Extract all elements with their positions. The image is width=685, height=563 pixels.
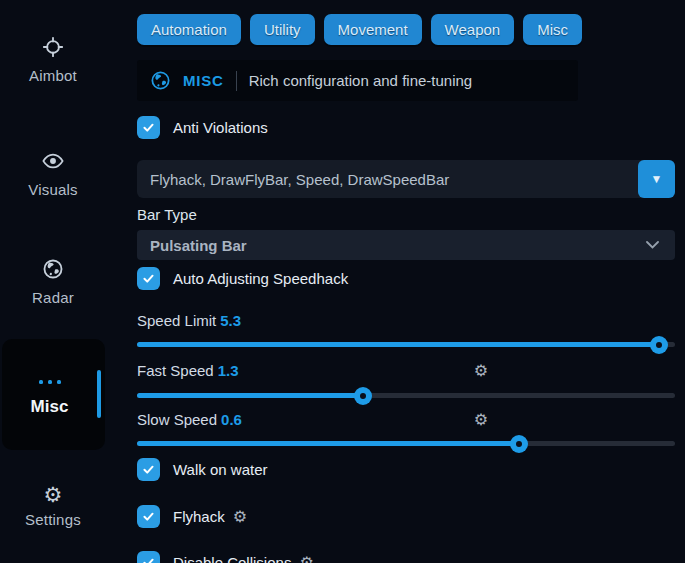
slider-name: Fast Speed xyxy=(137,362,214,379)
eye-icon xyxy=(42,150,64,172)
header-divider xyxy=(236,71,237,91)
checkbox-checked-icon[interactable] xyxy=(137,116,160,139)
checkbox-checked-icon[interactable] xyxy=(137,505,160,528)
checkbox-label-text: Disable Collisions xyxy=(173,554,291,563)
select-value: Pulsating Bar xyxy=(137,237,646,254)
cheat-menu-window: Aimbot Visuals Radar xyxy=(0,0,685,563)
globe-icon xyxy=(42,258,64,280)
sidebar: Aimbot Visuals Radar xyxy=(0,0,130,563)
tab-utility[interactable]: Utility xyxy=(250,14,315,45)
category-tabs: Automation Utility Movement Weapon Misc xyxy=(137,14,582,45)
checkbox-label: Walk on water xyxy=(173,461,267,478)
crosshair-icon xyxy=(42,36,64,58)
gear-icon[interactable]: ⚙ xyxy=(299,555,313,563)
tab-movement[interactable]: Movement xyxy=(324,14,422,45)
slider-label-slow-speed: Slow Speed0.6 xyxy=(137,411,242,428)
slider-label-speed-limit: Speed Limit5.3 xyxy=(137,312,241,329)
section-header: MISC Rich configuration and fine-tuning xyxy=(137,60,578,101)
globe-icon xyxy=(150,70,171,91)
slider-speed-limit[interactable] xyxy=(137,342,675,347)
checkbox-row-auto-adjusting[interactable]: Auto Adjusting Speedhack xyxy=(137,267,348,290)
slider-handle[interactable] xyxy=(510,435,528,453)
sidebar-item-label: Aimbot xyxy=(0,67,106,84)
bar-type-select[interactable]: Pulsating Bar xyxy=(137,230,675,260)
checkbox-checked-icon[interactable] xyxy=(137,267,160,290)
slider-name: Slow Speed xyxy=(137,411,217,428)
tab-misc[interactable]: Misc xyxy=(523,14,582,45)
tab-weapon[interactable]: Weapon xyxy=(431,14,515,45)
checkbox-label: Disable Collisions ⚙ xyxy=(173,554,314,563)
gear-icon[interactable]: ⚙ xyxy=(472,410,490,429)
sidebar-item-label: Radar xyxy=(0,289,106,306)
section-subtitle: Rich configuration and fine-tuning xyxy=(249,72,472,89)
slider-name: Speed Limit xyxy=(137,312,216,329)
sidebar-item-label: Settings xyxy=(0,511,106,528)
bar-type-label: Bar Type xyxy=(137,206,197,223)
checkbox-label-text: Flyhack xyxy=(173,508,225,525)
sidebar-item-visuals[interactable]: Visuals xyxy=(0,150,106,198)
checkbox-label: Flyhack ⚙ xyxy=(173,508,247,525)
checkbox-checked-icon[interactable] xyxy=(137,458,160,481)
gear-icon[interactable]: ⚙ xyxy=(233,509,247,525)
slider-handle[interactable] xyxy=(650,336,668,354)
sidebar-item-label: Visuals xyxy=(0,181,106,198)
ellipsis-icon xyxy=(2,380,97,384)
slider-label-fast-speed: Fast Speed1.3 xyxy=(137,362,239,379)
checkbox-checked-icon[interactable] xyxy=(137,551,160,563)
slider-slow-speed[interactable] xyxy=(137,441,675,446)
checkbox-row-disable-collisions[interactable]: Disable Collisions ⚙ xyxy=(137,551,314,563)
slider-value: 5.3 xyxy=(220,312,241,329)
sidebar-item-radar[interactable]: Radar xyxy=(0,258,106,306)
checkbox-label: Auto Adjusting Speedhack xyxy=(173,270,348,287)
sidebar-item-settings[interactable]: ⚙ Settings xyxy=(0,484,106,528)
sidebar-item-misc-selected[interactable]: Misc xyxy=(2,339,105,450)
chevron-down-icon xyxy=(646,241,659,249)
multiselect-value: Flyhack, DrawFlyBar, Speed, DrawSpeedBar xyxy=(137,171,638,188)
checkbox-row-walk-on-water[interactable]: Walk on water xyxy=(137,458,267,481)
sidebar-item-aimbot[interactable]: Aimbot xyxy=(0,36,106,84)
feature-multiselect[interactable]: Flyhack, DrawFlyBar, Speed, DrawSpeedBar… xyxy=(137,160,675,198)
gear-icon[interactable]: ⚙ xyxy=(472,361,490,380)
gear-icon: ⚙ xyxy=(42,484,64,506)
section-title: MISC xyxy=(183,72,224,89)
checkbox-row-flyhack[interactable]: Flyhack ⚙ xyxy=(137,505,247,528)
slider-fast-speed[interactable] xyxy=(137,393,675,398)
dropdown-open-button[interactable]: ▼ xyxy=(638,160,675,198)
slider-value: 0.6 xyxy=(221,411,242,428)
slider-value: 1.3 xyxy=(218,362,239,379)
active-indicator-bar xyxy=(97,370,101,418)
main-panel: Automation Utility Movement Weapon Misc … xyxy=(137,0,675,563)
sidebar-item-label: Misc xyxy=(2,397,97,417)
tab-automation[interactable]: Automation xyxy=(137,14,241,45)
checkbox-row-anti-violations[interactable]: Anti Violations xyxy=(137,116,268,139)
triangle-down-icon: ▼ xyxy=(651,172,663,186)
slider-handle[interactable] xyxy=(354,387,372,405)
checkbox-label: Anti Violations xyxy=(173,119,268,136)
